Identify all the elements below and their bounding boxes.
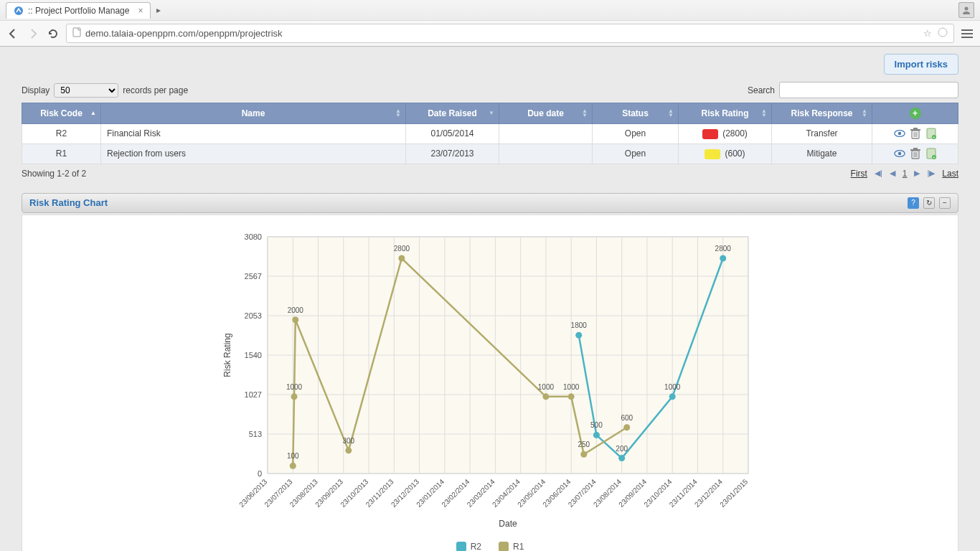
cell-actions: + — [872, 143, 958, 164]
svg-point-96 — [290, 462, 296, 468]
view-icon[interactable] — [894, 128, 905, 138]
svg-text:2800: 2800 — [715, 245, 732, 253]
add-risk-button[interactable]: + — [910, 108, 921, 119]
last-page-link[interactable]: Last — [942, 169, 958, 179]
records-per-page-label: records per page — [123, 85, 188, 95]
actions-row: Import risks — [22, 54, 958, 75]
svg-point-88 — [593, 432, 600, 438]
url-bar[interactable]: demo.talaia-openppm.com/openppm/projectr… — [66, 24, 954, 43]
svg-text:2053: 2053 — [245, 311, 262, 320]
current-page[interactable]: 1 — [903, 169, 908, 179]
svg-rect-21 — [910, 149, 920, 151]
close-icon[interactable]: × — [138, 6, 143, 16]
col-due-date[interactable]: Due date▲▼ — [499, 103, 593, 124]
cell-date-raised: 01/05/2014 — [406, 124, 499, 144]
svg-text:0: 0 — [258, 469, 262, 478]
svg-rect-11 — [913, 128, 918, 129]
svg-point-112 — [623, 424, 630, 430]
svg-text:100: 100 — [287, 452, 299, 460]
col-date-raised[interactable]: Date Raised▼ — [406, 103, 499, 124]
svg-text:500: 500 — [590, 421, 603, 429]
chart-panel: Risk Rating Chart ? ↻ − 0513102715402053… — [22, 193, 958, 551]
svg-text:2000: 2000 — [288, 306, 304, 314]
cell-name: Rejection from users — [101, 143, 406, 164]
cell-rating: (600) — [679, 143, 772, 164]
page-icon — [72, 27, 81, 39]
pagination: First ◀| ◀ 1 ▶ |▶ Last — [851, 169, 958, 179]
table-row: R2Financial Risk01/05/2014Open(2800)Tran… — [22, 124, 958, 144]
first-arrow-icon[interactable]: ◀| — [875, 169, 882, 178]
delete-icon[interactable] — [910, 149, 921, 159]
svg-text:300: 300 — [342, 437, 354, 445]
chart-body: 05131027154020532567308023/06/201323/07/… — [22, 215, 958, 551]
forward-button[interactable] — [26, 27, 40, 41]
col-risk-rating[interactable]: Risk Rating▲▼ — [679, 103, 772, 124]
svg-rect-10 — [910, 129, 920, 131]
next-arrow-icon[interactable]: ▶ — [914, 169, 920, 178]
svg-point-19 — [897, 152, 900, 155]
last-arrow-icon[interactable]: |▶ — [927, 169, 935, 178]
refresh-icon[interactable]: ↻ — [923, 197, 935, 209]
svg-rect-5 — [961, 33, 973, 34]
cell-code: R2 — [22, 124, 101, 144]
search-input[interactable] — [779, 82, 958, 98]
svg-text:200: 200 — [616, 444, 628, 452]
display-select[interactable]: 50 — [54, 83, 118, 98]
col-status[interactable]: Status▲▼ — [593, 103, 679, 124]
col-risk-response[interactable]: Risk Response▲▼ — [772, 103, 872, 124]
svg-text:+: + — [933, 135, 935, 139]
showing-text: Showing 1-2 of 2 — [22, 169, 86, 179]
svg-text:1027: 1027 — [245, 390, 262, 399]
reload-button[interactable] — [46, 27, 60, 41]
browser-tab[interactable]: :: Project Portfolio Manage × — [6, 2, 151, 19]
view-icon[interactable] — [894, 149, 905, 159]
chart-legend: R2 R1 — [217, 542, 763, 551]
collapse-icon[interactable]: − — [939, 197, 951, 209]
svg-point-92 — [669, 393, 676, 400]
svg-text:23/01/2015: 23/01/2015 — [718, 477, 749, 508]
cell-status: Open — [593, 143, 679, 164]
new-tab-button[interactable]: ▸ — [151, 5, 166, 15]
svg-point-3 — [938, 28, 947, 37]
star-icon[interactable]: ☆ — [923, 28, 932, 39]
svg-rect-22 — [913, 148, 918, 149]
col-name[interactable]: Name▲▼ — [101, 103, 406, 124]
document-icon[interactable]: + — [925, 128, 937, 138]
legend-r2: R2 — [456, 542, 481, 551]
svg-text:600: 600 — [621, 413, 633, 421]
cell-rating: (2800) — [679, 124, 772, 144]
legend-r1: R1 — [499, 542, 524, 551]
search-label: Search — [748, 85, 775, 95]
favicon — [14, 6, 24, 16]
svg-point-106 — [542, 393, 549, 400]
col-risk-code[interactable]: Risk Code▲ — [22, 103, 101, 124]
url-text: demo.talaia-openppm.com/openppm/projectr… — [85, 28, 283, 39]
import-risks-button[interactable]: Import risks — [884, 54, 958, 75]
svg-rect-2 — [73, 28, 80, 37]
back-button[interactable] — [6, 27, 20, 41]
chart-header: Risk Rating Chart ? ↻ − — [22, 193, 958, 213]
svg-point-1 — [965, 7, 969, 11]
svg-point-98 — [291, 393, 298, 400]
prev-arrow-icon[interactable]: ◀ — [890, 169, 895, 178]
page-body: Import risks Display 50 records per page… — [0, 47, 980, 551]
browser-chrome: :: Project Portfolio Manage × ▸ demo.tal… — [0, 0, 980, 47]
cell-due-date — [499, 143, 593, 164]
svg-text:1000: 1000 — [664, 383, 681, 391]
svg-text:2800: 2800 — [394, 245, 410, 253]
svg-point-110 — [580, 451, 587, 457]
delete-icon[interactable] — [910, 128, 921, 138]
info-icon[interactable]: ? — [908, 197, 919, 209]
cell-actions: + — [872, 124, 958, 144]
risk-table: Risk Code▲ Name▲▼ Date Raised▼ Due date▲… — [22, 103, 958, 164]
extension-icon[interactable] — [938, 27, 948, 39]
first-page-link[interactable]: First — [851, 169, 867, 179]
svg-text:1000: 1000 — [563, 383, 580, 391]
document-icon[interactable]: + — [925, 149, 937, 159]
profile-button[interactable] — [958, 2, 974, 18]
cell-due-date — [499, 124, 593, 144]
menu-icon[interactable] — [960, 27, 974, 41]
cell-name: Financial Risk — [101, 124, 406, 144]
svg-text:1000: 1000 — [286, 383, 303, 391]
cell-code: R1 — [22, 143, 101, 164]
